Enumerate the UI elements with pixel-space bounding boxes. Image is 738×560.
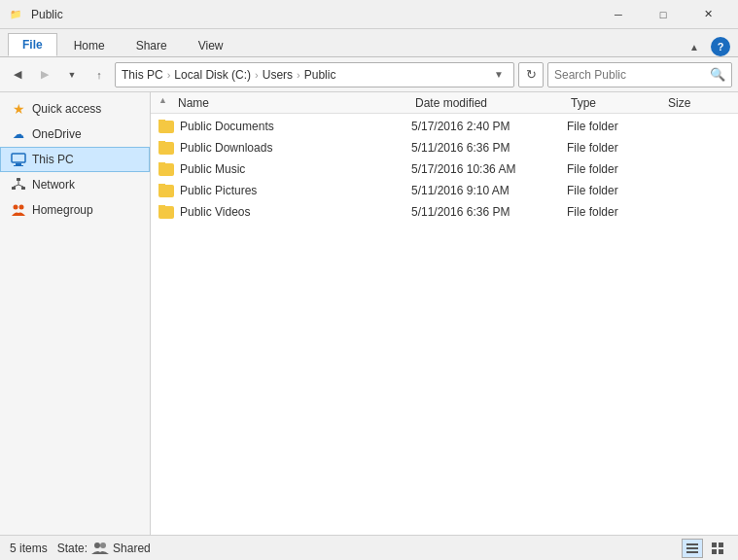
svg-rect-1 bbox=[16, 163, 21, 165]
svg-rect-13 bbox=[686, 543, 698, 545]
view-controls bbox=[682, 539, 728, 558]
breadcrumb-this-pc[interactable]: This PC bbox=[122, 68, 163, 82]
svg-rect-17 bbox=[719, 542, 723, 547]
main-area: ★ Quick access ☁ OneDrive This PC bbox=[0, 92, 738, 535]
shared-users-icon bbox=[91, 541, 109, 556]
details-view-icon bbox=[685, 542, 699, 555]
star-icon: ★ bbox=[11, 101, 26, 117]
status-bar: 5 items State: Shared bbox=[0, 535, 738, 560]
item-count: 5 items bbox=[10, 542, 48, 555]
col-header-type[interactable]: Type bbox=[567, 96, 664, 110]
icons-view-button[interactable] bbox=[707, 539, 728, 558]
breadcrumb-local-disk[interactable]: Local Disk (C:) bbox=[174, 68, 251, 82]
col-header-date[interactable]: Date modified bbox=[411, 96, 567, 110]
svg-rect-15 bbox=[686, 551, 698, 553]
folder-icon bbox=[158, 121, 174, 133]
homegroup-icon bbox=[11, 202, 26, 218]
file-cell-type: File folder bbox=[567, 141, 664, 155]
ribbon: File Home Share View ▲ ? bbox=[0, 29, 738, 57]
file-cell-name: Public Documents bbox=[158, 120, 411, 133]
icons-view-icon bbox=[711, 542, 724, 555]
sidebar-label-network: Network bbox=[32, 178, 75, 192]
file-cell-date: 5/11/2016 6:36 PM bbox=[411, 205, 567, 219]
maximize-button[interactable]: □ bbox=[641, 0, 685, 29]
breadcrumb-sep-3: › bbox=[297, 69, 300, 81]
table-row[interactable]: Public Downloads 5/11/2016 6:36 PM File … bbox=[151, 137, 738, 158]
folder-icon bbox=[158, 185, 174, 197]
title-bar-icon-group: 📁 bbox=[8, 7, 23, 22]
network-icon bbox=[11, 177, 26, 192]
svg-rect-18 bbox=[712, 549, 717, 554]
search-input[interactable] bbox=[554, 68, 706, 82]
folder-icon bbox=[158, 142, 174, 155]
close-button[interactable]: ✕ bbox=[685, 0, 730, 29]
table-row[interactable]: Public Music 5/17/2016 10:36 AM File fol… bbox=[151, 158, 738, 180]
minimize-button[interactable]: ─ bbox=[596, 0, 641, 29]
folder-icon bbox=[158, 206, 174, 219]
search-box[interactable]: 🔍 bbox=[547, 62, 732, 88]
file-cell-name: Public Pictures bbox=[158, 184, 411, 197]
help-button[interactable]: ? bbox=[711, 37, 730, 56]
svg-rect-0 bbox=[12, 154, 25, 162]
svg-point-10 bbox=[19, 205, 24, 210]
refresh-button[interactable]: ↻ bbox=[518, 62, 544, 88]
sidebar-item-homegroup[interactable]: Homegroup bbox=[0, 197, 150, 223]
svg-rect-5 bbox=[21, 187, 25, 190]
breadcrumb-public[interactable]: Public bbox=[304, 68, 336, 82]
svg-point-11 bbox=[94, 542, 100, 548]
file-cell-name: Public Music bbox=[158, 162, 411, 176]
col-header-name[interactable]: Name bbox=[158, 96, 411, 110]
svg-line-8 bbox=[18, 185, 23, 187]
file-cell-date: 5/11/2016 6:36 PM bbox=[411, 141, 567, 155]
sort-indicator[interactable]: ▲ bbox=[158, 95, 167, 105]
status-shared: State: Shared bbox=[57, 541, 151, 556]
window-icon: 📁 bbox=[8, 7, 23, 22]
sidebar-item-onedrive[interactable]: ☁ OneDrive bbox=[0, 122, 150, 147]
tab-view[interactable]: View bbox=[184, 34, 238, 56]
sidebar-item-network[interactable]: Network bbox=[0, 172, 150, 197]
tab-file[interactable]: File bbox=[8, 33, 57, 56]
ribbon-expand-icon[interactable]: ▲ bbox=[682, 38, 707, 56]
svg-rect-3 bbox=[17, 178, 20, 181]
svg-point-12 bbox=[100, 542, 106, 548]
file-cell-type: File folder bbox=[567, 162, 664, 176]
svg-rect-4 bbox=[12, 187, 16, 190]
svg-point-9 bbox=[14, 205, 18, 210]
address-dropdown-icon[interactable]: ▼ bbox=[490, 69, 508, 80]
search-icon: 🔍 bbox=[710, 67, 725, 82]
svg-rect-2 bbox=[14, 165, 23, 166]
file-list: Public Documents 5/17/2016 2:40 PM File … bbox=[151, 114, 738, 535]
address-bar: ◀ ▶ ▼ ↑ This PC › Local Disk (C:) › User… bbox=[0, 57, 738, 92]
breadcrumb-users[interactable]: Users bbox=[263, 68, 293, 82]
title-bar: 📁 Public ─ □ ✕ bbox=[0, 0, 738, 29]
breadcrumb-sep-2: › bbox=[255, 69, 259, 81]
expand-dropdown-button[interactable]: ▼ bbox=[60, 63, 84, 87]
table-row[interactable]: Public Videos 5/11/2016 6:36 PM File fol… bbox=[151, 201, 738, 223]
file-cell-date: 5/11/2016 9:10 AM bbox=[411, 184, 567, 197]
status-info: 5 items State: Shared bbox=[10, 541, 151, 556]
tab-share[interactable]: Share bbox=[122, 34, 182, 56]
window-controls[interactable]: ─ □ ✕ bbox=[596, 0, 730, 29]
tab-home[interactable]: Home bbox=[59, 34, 120, 56]
folder-icon bbox=[158, 163, 174, 176]
table-row[interactable]: Public Documents 5/17/2016 2:40 PM File … bbox=[151, 116, 738, 137]
file-cell-date: 5/17/2016 2:40 PM bbox=[411, 120, 567, 133]
file-area: ▲ Name Date modified Type Size Public Do… bbox=[151, 92, 738, 535]
svg-rect-14 bbox=[686, 547, 698, 549]
table-row[interactable]: Public Pictures 5/11/2016 9:10 AM File f… bbox=[151, 180, 738, 201]
shared-label: Shared bbox=[113, 542, 151, 555]
sidebar-item-quick-access[interactable]: ★ Quick access bbox=[0, 96, 150, 122]
details-view-button[interactable] bbox=[682, 539, 703, 558]
file-cell-name: Public Videos bbox=[158, 205, 411, 219]
up-button[interactable]: ↑ bbox=[88, 63, 111, 87]
back-button[interactable]: ◀ bbox=[6, 63, 29, 87]
sidebar-label-onedrive: OneDrive bbox=[32, 127, 82, 141]
file-header: ▲ Name Date modified Type Size bbox=[151, 92, 738, 114]
address-box: This PC › Local Disk (C:) › Users › Publ… bbox=[115, 62, 514, 88]
sidebar-item-this-pc[interactable]: This PC bbox=[0, 147, 150, 172]
breadcrumb-sep-1: › bbox=[167, 69, 171, 81]
pc-icon bbox=[11, 152, 26, 167]
forward-button[interactable]: ▶ bbox=[33, 63, 56, 87]
sidebar-label-this-pc: This PC bbox=[32, 153, 74, 166]
col-header-size[interactable]: Size bbox=[664, 96, 730, 110]
